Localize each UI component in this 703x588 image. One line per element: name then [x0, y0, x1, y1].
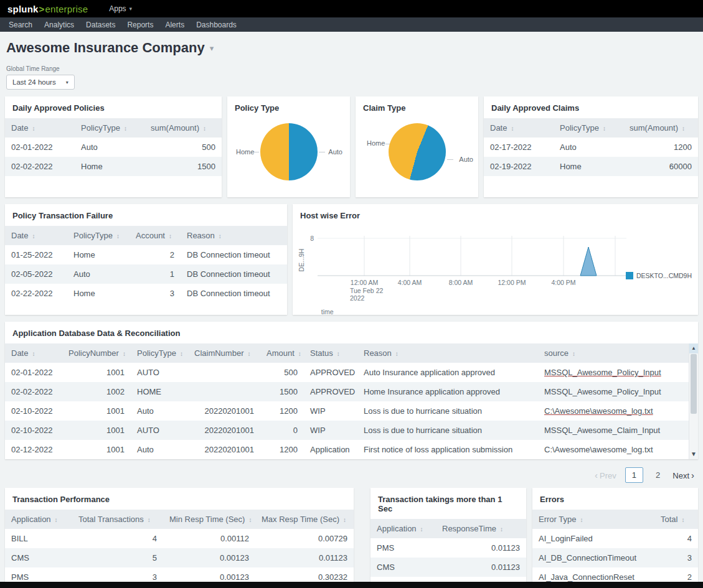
table-row[interactable]: 02-10-20221001Auto202202010011200WIPLoss… [5, 401, 689, 421]
column-header[interactable]: Date↕ [5, 118, 75, 138]
table-scrollbar[interactable]: ▲ ▼ [689, 343, 698, 459]
sort-icon[interactable]: ↕ [116, 233, 120, 240]
column-header[interactable]: Date↕ [484, 118, 554, 138]
table-row[interactable]: AI_DB_ConnectionTimeout3 [532, 548, 698, 567]
title-dropdown-caret-icon[interactable]: ▾ [210, 44, 214, 53]
scroll-down-icon[interactable]: ▼ [689, 449, 698, 459]
column-header[interactable]: Max Resp Time (Sec)↕ [255, 510, 354, 529]
sort-icon[interactable]: ↕ [343, 516, 346, 523]
table-row[interactable]: 01-25-2022Home2DB Connection timeout [5, 245, 287, 264]
column-header[interactable]: Account↕ [130, 226, 181, 245]
column-header[interactable]: Min Resp Time (Sec)↕ [163, 510, 255, 529]
prev-button[interactable]: ‹Prev [595, 470, 616, 480]
table-row[interactable]: PMS0.01123 [370, 538, 526, 558]
column-header[interactable]: Date↕ [5, 226, 67, 245]
error-spike[interactable] [580, 247, 597, 276]
sort-icon[interactable]: ↕ [247, 350, 250, 357]
column-header[interactable]: PolicyType↕ [75, 118, 144, 138]
table-row[interactable]: CMS0.01123 [370, 558, 526, 577]
scroll-up-icon[interactable]: ▲ [689, 343, 698, 353]
nav-item-datasets[interactable]: Datasets [86, 21, 115, 29]
column-header[interactable]: source↕ [538, 343, 689, 363]
column-header[interactable]: Reason↕ [357, 343, 538, 363]
sort-icon[interactable]: ↕ [123, 350, 126, 357]
table-row[interactable]: PMS30.001230.30232 [5, 567, 354, 582]
column-header[interactable]: PolicyNumber↕ [62, 343, 131, 363]
time-range-picker[interactable]: Last 24 hours ▾ [6, 75, 75, 90]
next-button[interactable]: Next› [672, 470, 694, 480]
column-header[interactable]: ClaimNumber↕ [188, 343, 260, 363]
column-header[interactable]: ResponseTime↕ [436, 519, 526, 538]
nav-item-dashboards[interactable]: Dashboards [196, 21, 237, 29]
column-header[interactable]: PolicyType↕ [131, 343, 188, 363]
column-header[interactable]: Total Transactions↕ [72, 510, 163, 529]
table-row[interactable]: 02-19-2022Home60000 [484, 157, 698, 176]
column-header[interactable]: sum(Amount)↕ [144, 118, 222, 138]
column-header[interactable]: Status↕ [304, 343, 357, 363]
sort-icon[interactable]: ↕ [248, 516, 252, 523]
column-header[interactable]: Amount↕ [260, 343, 304, 363]
sort-icon[interactable]: ↕ [500, 526, 503, 533]
page-1-button[interactable]: 1 [625, 467, 643, 483]
sort-icon[interactable]: ↕ [32, 233, 35, 240]
sort-icon[interactable]: ↕ [169, 233, 172, 240]
sort-icon[interactable]: ↕ [298, 350, 301, 357]
sort-icon[interactable]: ↕ [32, 350, 35, 357]
drilldown-link[interactable]: MSSQL_Awesome_Claim_Input [544, 426, 660, 435]
drilldown-link[interactable]: MSSQL_Awesome_Policy_Input [544, 387, 661, 396]
sort-icon[interactable]: ↕ [681, 516, 684, 523]
drilldown-link[interactable]: C:\Awesome\awesome_log.txt [544, 406, 653, 416]
drilldown-link[interactable]: C:\Awesome\awesome_log.txt [544, 445, 653, 454]
sort-icon[interactable]: ↕ [203, 125, 206, 132]
table-row[interactable]: 02-17-2022Auto1200 [484, 138, 698, 157]
sort-icon[interactable]: ↕ [124, 125, 127, 132]
sort-icon[interactable]: ↕ [420, 526, 423, 533]
apps-menu[interactable]: Apps ▾ [109, 4, 132, 13]
column-header[interactable]: PolicyType↕ [554, 118, 623, 138]
sort-icon[interactable]: ↕ [180, 350, 183, 357]
sort-icon[interactable]: ↕ [572, 350, 575, 357]
table-row[interactable]: AI_Java_ConnectionReset2 [532, 567, 698, 582]
nav-item-alerts[interactable]: Alerts [165, 21, 184, 29]
column-header[interactable]: sum(Amount)↕ [623, 118, 698, 138]
column-header[interactable]: Reason↕ [181, 226, 287, 245]
sort-icon[interactable]: ↕ [337, 350, 340, 357]
table-row[interactable]: 02-01-20221001AUTO500APPROVEDAuto Insura… [5, 363, 689, 382]
sort-icon[interactable]: ↕ [511, 125, 514, 132]
table-row[interactable]: 02-10-20221001AUTO202202010010WIPLoss is… [5, 421, 689, 440]
policy-type-pie-chart[interactable] [260, 123, 318, 180]
sort-icon[interactable]: ↕ [580, 516, 583, 523]
column-header[interactable]: Error Type↕ [532, 510, 654, 529]
column-header[interactable]: Total↕ [654, 510, 698, 529]
scroll-thumb[interactable] [691, 354, 697, 414]
table-row[interactable]: 02-05-2022Auto1DB Connection timeout [5, 264, 287, 284]
table-row[interactable]: CMS50.001230.01123 [5, 548, 354, 567]
table-row[interactable]: 02-22-2022Home3DB Connection timeout [5, 284, 287, 303]
sort-icon[interactable]: ↕ [55, 516, 58, 523]
table-row[interactable]: BILL40.001120.00729 [5, 529, 354, 548]
page-2-button[interactable]: 2 [652, 468, 664, 482]
column-header[interactable]: Date↕ [5, 343, 62, 363]
nav-item-search[interactable]: Search [9, 21, 32, 29]
table-row[interactable]: AI_LoginFailed4 [532, 529, 698, 548]
sort-icon[interactable]: ↕ [219, 233, 222, 240]
splunk-logo[interactable]: splunk>enterprise [7, 4, 88, 14]
sort-icon[interactable]: ↕ [148, 516, 151, 523]
column-header[interactable]: PolicyType↕ [67, 226, 130, 245]
table-row[interactable]: 02-01-2022Auto500 [5, 138, 222, 157]
nav-item-analytics[interactable]: Analytics [44, 21, 74, 29]
table-row[interactable]: 02-02-20221002HOME1500APPROVEDHome Insur… [5, 382, 689, 401]
table-row[interactable]: 02-02-2022Home1500 [5, 157, 222, 176]
column-header[interactable]: Application↕ [370, 519, 436, 538]
sort-icon[interactable]: ↕ [32, 125, 35, 132]
sort-icon[interactable]: ↕ [603, 125, 606, 132]
table-row[interactable]: 02-12-20221001Auto202202010011200Applica… [5, 440, 689, 459]
host-error-area-chart[interactable]: 8 12:00 AM 4:00 AM 8:00 AM 12:00 PM 4:00… [296, 226, 695, 315]
claim-type-pie-chart[interactable] [389, 123, 446, 180]
sort-icon[interactable]: ↕ [682, 125, 685, 132]
nav-item-reports[interactable]: Reports [127, 21, 153, 29]
column-header[interactable]: Application↕ [5, 510, 72, 529]
sort-icon[interactable]: ↕ [395, 350, 399, 357]
drilldown-link[interactable]: MSSQL_Awesome_Policy_Input [544, 368, 661, 377]
chart-legend[interactable]: DESKTO...CMD9H [626, 272, 692, 279]
